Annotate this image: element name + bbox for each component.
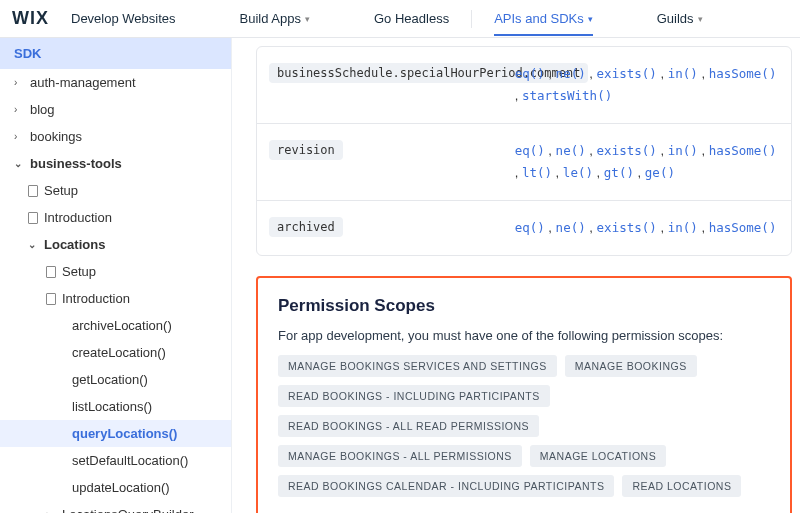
permission-scopes-heading: Permission Scopes [278, 296, 770, 316]
nav-separator [471, 10, 472, 28]
sidebar-item-label: updateLocation() [72, 480, 170, 495]
sidebar-item-blog[interactable]: ›blog [0, 96, 231, 123]
sidebar-item-introduction[interactable]: Introduction [0, 204, 231, 231]
sidebar-item-label: Introduction [44, 210, 112, 225]
nav-item-go-headless[interactable]: Go Headless [374, 11, 449, 26]
sidebar-item-label: auth-management [30, 75, 136, 90]
scope-tag: READ BOOKINGS CALENDAR - INCLUDING PARTI… [278, 475, 614, 497]
filter-table: businessSchedule.specialHourPeriod.comme… [256, 46, 792, 256]
filter-fn-cell: eq() , ne() , exists() , in() , hasSome(… [503, 47, 791, 123]
sidebar-item-label: getLocation() [72, 372, 148, 387]
nav-item-develop-websites[interactable]: Develop Websites [71, 11, 176, 26]
property-name: archived [269, 217, 343, 237]
filter-fn-link[interactable]: hasSome() [709, 143, 777, 158]
document-icon [46, 293, 56, 305]
sidebar-item-label: bookings [30, 129, 82, 144]
sidebar-item-label: business-tools [30, 156, 122, 171]
sidebar-item-bookings[interactable]: ›bookings [0, 123, 231, 150]
chevron-right-icon: › [14, 104, 24, 115]
top-nav: WIX Develop WebsitesBuild Apps▾Go Headle… [0, 0, 800, 38]
permission-scopes-box: Permission Scopes For app development, y… [256, 276, 792, 513]
sidebar-item-label: blog [30, 102, 55, 117]
filter-fn-link[interactable]: lt() [522, 165, 552, 180]
filter-fn-link[interactable]: le() [563, 165, 593, 180]
scope-tag: READ BOOKINGS - INCLUDING PARTICIPANTS [278, 385, 550, 407]
filter-fn-link[interactable]: ne() [556, 66, 586, 81]
chevron-right-icon: › [46, 509, 56, 513]
filter-fn-link[interactable]: in() [668, 66, 698, 81]
scope-tag: MANAGE BOOKINGS [565, 355, 697, 377]
chevron-down-icon: ⌄ [28, 239, 38, 250]
sidebar-item-listlocations-[interactable]: listLocations() [0, 393, 231, 420]
filter-fn-link[interactable]: eq() [515, 220, 545, 235]
sidebar-item-label: Setup [62, 264, 96, 279]
sidebar-item-label: archiveLocation() [72, 318, 172, 333]
sidebar-item-business-tools[interactable]: ⌄business-tools [0, 150, 231, 177]
sidebar-item-label: createLocation() [72, 345, 166, 360]
filter-fn-link[interactable]: ne() [556, 220, 586, 235]
sidebar-item-setdefaultlocation-[interactable]: setDefaultLocation() [0, 447, 231, 474]
nav-item-guilds[interactable]: Guilds▾ [657, 11, 703, 26]
filter-fn-link[interactable]: exists() [597, 143, 657, 158]
filter-fn-link[interactable]: startsWith() [522, 88, 612, 103]
sidebar-item-setup[interactable]: Setup [0, 177, 231, 204]
main-content: businessSchedule.specialHourPeriod.comme… [232, 38, 800, 513]
scope-tag-list: MANAGE BOOKINGS SERVICES AND SETTINGSMAN… [278, 355, 770, 497]
sidebar-item-createlocation-[interactable]: createLocation() [0, 339, 231, 366]
scope-tag: MANAGE BOOKINGS SERVICES AND SETTINGS [278, 355, 557, 377]
sidebar-item-label: LocationsQueryBuilder [62, 507, 194, 513]
sidebar-item-label: Locations [44, 237, 105, 252]
sidebar-item-label: setDefaultLocation() [72, 453, 188, 468]
nav-item-build-apps[interactable]: Build Apps▾ [240, 11, 310, 26]
sidebar-item-label: queryLocations() [72, 426, 177, 441]
sidebar-item-getlocation-[interactable]: getLocation() [0, 366, 231, 393]
chevron-down-icon: ▾ [698, 14, 703, 24]
filter-fn-link[interactable]: in() [668, 143, 698, 158]
filter-fn-link[interactable]: exists() [597, 66, 657, 81]
filter-fn-link[interactable]: hasSome() [709, 220, 777, 235]
sidebar-item-updatelocation-[interactable]: updateLocation() [0, 474, 231, 501]
filter-fn-link[interactable]: exists() [597, 220, 657, 235]
chevron-right-icon: › [14, 131, 24, 142]
filter-fn-cell: eq() , ne() , exists() , in() , hasSome(… [503, 124, 791, 200]
sidebar-header[interactable]: SDK [0, 38, 231, 69]
sidebar-item-locations[interactable]: ⌄Locations [0, 231, 231, 258]
table-row: archivedeq() , ne() , exists() , in() , … [257, 200, 791, 255]
document-icon [46, 266, 56, 278]
chevron-down-icon: ▾ [588, 14, 593, 24]
sidebar-item-label: listLocations() [72, 399, 152, 414]
property-name: revision [269, 140, 343, 160]
chevron-right-icon: › [14, 77, 24, 88]
sidebar-item-querylocations-[interactable]: queryLocations() [0, 420, 231, 447]
table-row: businessSchedule.specialHourPeriod.comme… [257, 47, 791, 123]
wix-logo[interactable]: WIX [12, 8, 49, 29]
filter-fn-link[interactable]: ge() [645, 165, 675, 180]
filter-fn-cell: eq() , ne() , exists() , in() , hasSome(… [503, 201, 791, 255]
document-icon [28, 212, 38, 224]
sidebar-item-auth-management[interactable]: ›auth-management [0, 69, 231, 96]
filter-fn-link[interactable]: hasSome() [709, 66, 777, 81]
sidebar-item-setup[interactable]: Setup [0, 258, 231, 285]
filter-fn-link[interactable]: eq() [515, 66, 545, 81]
sidebar-item-locationsquerybuilder[interactable]: ›LocationsQueryBuilder [0, 501, 231, 513]
scope-tag: READ BOOKINGS - ALL READ PERMISSIONS [278, 415, 539, 437]
sidebar-item-introduction[interactable]: Introduction [0, 285, 231, 312]
filter-fn-link[interactable]: in() [668, 220, 698, 235]
document-icon [28, 185, 38, 197]
filter-fn-link[interactable]: ne() [556, 143, 586, 158]
sidebar: SDK ›auth-management›blog›bookings⌄busin… [0, 38, 232, 513]
table-row: revisioneq() , ne() , exists() , in() , … [257, 123, 791, 200]
sidebar-item-archivelocation-[interactable]: archiveLocation() [0, 312, 231, 339]
sidebar-item-label: Introduction [62, 291, 130, 306]
scope-tag: READ LOCATIONS [622, 475, 741, 497]
filter-fn-link[interactable]: gt() [604, 165, 634, 180]
scope-tag: MANAGE LOCATIONS [530, 445, 666, 467]
chevron-down-icon: ▾ [305, 14, 310, 24]
nav-item-apis-and-sdks[interactable]: APIs and SDKs▾ [494, 11, 593, 36]
scope-tag: MANAGE BOOKINGS - ALL PERMISSIONS [278, 445, 522, 467]
filter-fn-link[interactable]: eq() [515, 143, 545, 158]
permission-scopes-desc: For app development, you must have one o… [278, 328, 770, 343]
chevron-down-icon: ⌄ [14, 158, 24, 169]
sidebar-item-label: Setup [44, 183, 78, 198]
